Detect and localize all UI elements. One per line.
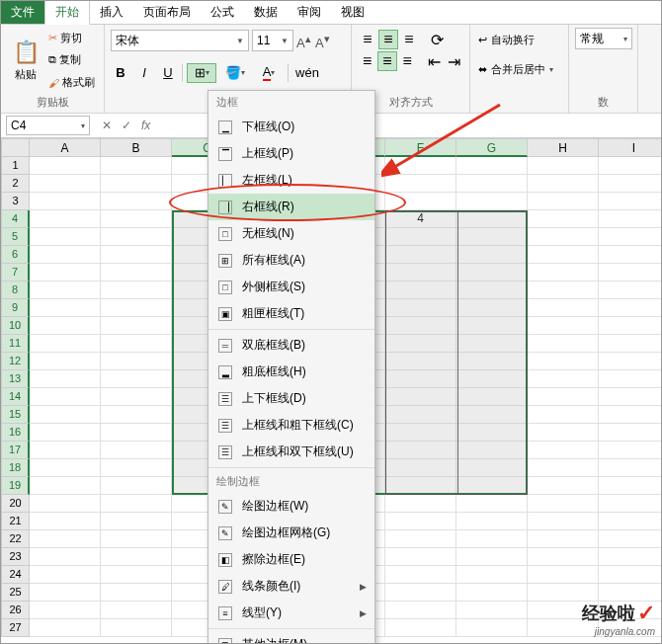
cell[interactable] xyxy=(30,246,101,264)
cell[interactable] xyxy=(528,246,599,264)
align-top-icon[interactable]: ≡ xyxy=(358,30,377,49)
row-header[interactable]: 4 xyxy=(1,210,30,228)
cell[interactable] xyxy=(599,157,662,175)
cell[interactable] xyxy=(101,424,172,442)
cell[interactable] xyxy=(528,193,599,210)
menu-top-thick-bottom[interactable]: ☰上框线和粗下框线(C) xyxy=(208,412,374,439)
tab-review[interactable]: 审阅 xyxy=(288,0,331,24)
cell[interactable] xyxy=(101,619,172,637)
align-center-icon[interactable]: ≡ xyxy=(377,51,396,71)
cell[interactable] xyxy=(599,406,662,424)
cell[interactable] xyxy=(385,193,456,210)
cell[interactable] xyxy=(101,370,172,388)
menu-bottom-border[interactable]: ▁下框线(O) xyxy=(208,114,374,140)
cell[interactable] xyxy=(101,264,172,282)
menu-draw-border[interactable]: ✎绘图边框(W) xyxy=(208,493,374,520)
cell[interactable] xyxy=(30,548,101,566)
cell[interactable] xyxy=(528,566,599,584)
tab-home[interactable]: 开始 xyxy=(44,0,90,25)
menu-erase-border[interactable]: ◧擦除边框(E) xyxy=(208,546,374,573)
name-box[interactable]: C4▾ xyxy=(6,116,90,135)
cell[interactable] xyxy=(599,299,662,317)
cell[interactable] xyxy=(528,442,599,459)
row-header[interactable]: 25 xyxy=(1,584,30,602)
cell[interactable] xyxy=(528,264,599,282)
increase-font-icon[interactable]: A▴ xyxy=(296,33,312,48)
cell[interactable] xyxy=(456,584,528,602)
row-header[interactable]: 18 xyxy=(1,459,30,477)
align-bottom-icon[interactable]: ≡ xyxy=(399,30,419,49)
row-header[interactable]: 24 xyxy=(1,566,30,584)
cell[interactable] xyxy=(599,388,662,406)
cell[interactable] xyxy=(599,459,662,477)
cell[interactable] xyxy=(528,210,599,228)
menu-outside-border[interactable]: □外侧框线(S) xyxy=(208,274,374,300)
cell[interactable] xyxy=(599,210,662,228)
cell[interactable] xyxy=(456,602,528,619)
cell[interactable] xyxy=(456,495,528,513)
cell[interactable] xyxy=(30,513,101,530)
cell[interactable] xyxy=(528,548,599,566)
cell[interactable] xyxy=(599,495,662,513)
cell[interactable] xyxy=(456,566,528,584)
cell[interactable] xyxy=(528,157,599,175)
align-middle-icon[interactable]: ≡ xyxy=(378,30,398,49)
menu-thick-bottom[interactable]: ▂粗底框线(H) xyxy=(208,359,374,385)
cell[interactable] xyxy=(30,619,101,637)
cell[interactable] xyxy=(385,530,456,548)
cell[interactable] xyxy=(599,175,662,193)
cell[interactable] xyxy=(30,282,101,299)
cell[interactable] xyxy=(101,548,172,566)
cell[interactable] xyxy=(385,602,456,619)
cell[interactable] xyxy=(101,495,172,513)
format-painter-button[interactable]: 🖌格式刷 xyxy=(48,74,95,91)
cell[interactable] xyxy=(101,282,172,299)
cell[interactable] xyxy=(385,584,456,602)
cell[interactable] xyxy=(385,548,456,566)
cell[interactable] xyxy=(101,335,172,353)
cell[interactable] xyxy=(599,353,662,370)
row-header[interactable]: 7 xyxy=(1,264,30,282)
bold-button[interactable]: B xyxy=(111,63,130,83)
cell[interactable] xyxy=(599,424,662,442)
cell[interactable] xyxy=(30,442,101,459)
row-header[interactable]: 23 xyxy=(1,548,30,566)
cell[interactable] xyxy=(528,228,599,246)
cell[interactable] xyxy=(528,584,599,602)
cell[interactable] xyxy=(101,228,172,246)
cell[interactable] xyxy=(599,228,662,246)
font-name-select[interactable]: 宋体▼ xyxy=(111,30,249,51)
column-header[interactable]: F xyxy=(385,138,456,157)
cell[interactable] xyxy=(528,317,599,335)
select-all-corner[interactable] xyxy=(1,138,30,157)
fill-color-button[interactable]: 🪣▾ xyxy=(220,63,250,83)
menu-double-bottom[interactable]: ═双底框线(B) xyxy=(208,332,374,359)
cell[interactable] xyxy=(30,299,101,317)
cell[interactable] xyxy=(456,548,528,566)
column-header[interactable]: B xyxy=(101,138,172,157)
row-header[interactable]: 1 xyxy=(1,157,30,175)
wrap-text-button[interactable]: ↩自动换行 xyxy=(476,30,562,50)
cell[interactable] xyxy=(30,335,101,353)
cell[interactable] xyxy=(101,513,172,530)
cell[interactable] xyxy=(30,228,101,246)
align-right-icon[interactable]: ≡ xyxy=(398,51,417,71)
cell[interactable] xyxy=(30,370,101,388)
row-header[interactable]: 20 xyxy=(1,495,30,513)
cell[interactable] xyxy=(599,335,662,353)
cell[interactable] xyxy=(528,530,599,548)
cell[interactable] xyxy=(101,442,172,459)
cell[interactable] xyxy=(528,406,599,424)
cut-button[interactable]: ✂剪切 xyxy=(48,30,95,46)
cell[interactable] xyxy=(599,282,662,299)
cell[interactable] xyxy=(101,299,172,317)
cell[interactable] xyxy=(30,406,101,424)
cell[interactable] xyxy=(30,477,101,495)
menu-all-border[interactable]: ⊞所有框线(A) xyxy=(208,247,374,274)
menu-top-bottom[interactable]: ☰上下框线(D) xyxy=(208,385,374,412)
cell[interactable] xyxy=(456,513,528,530)
menu-thick-border[interactable]: ▣粗匣框线(T) xyxy=(208,300,374,327)
cell[interactable] xyxy=(101,459,172,477)
row-header[interactable]: 8 xyxy=(1,282,30,299)
menu-left-border[interactable]: ▏左框线(L) xyxy=(208,167,374,194)
